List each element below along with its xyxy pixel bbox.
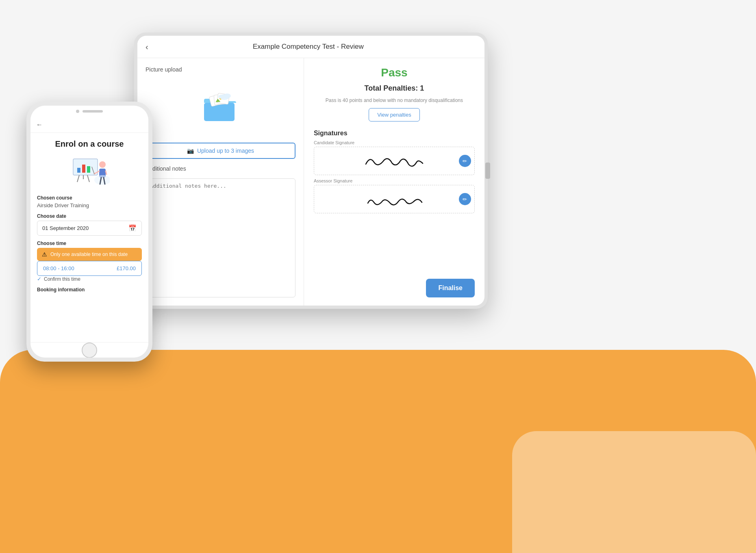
svg-point-20 [94, 175, 110, 185]
background-orange-light [512, 431, 756, 553]
warning-icon: ⚠ [42, 251, 47, 258]
phone-inner: ← Enrol on a course [30, 106, 148, 358]
phone-content: Enrol on a course [30, 133, 148, 301]
phone-screen: ← Enrol on a course [30, 117, 148, 342]
course-illustration [37, 154, 142, 190]
tablet-device: ‹ Example Competency Test - Review Pictu… [134, 33, 488, 309]
phone-camera [76, 110, 79, 113]
assessor-signature-image [362, 190, 427, 208]
assessor-signature-box: ✏ [314, 185, 475, 213]
choose-date-label: Choose date [37, 213, 142, 219]
tablet-side-button [485, 163, 490, 179]
tablet-right-panel: Pass Total Penalties: 1 Pass is 40 point… [304, 58, 484, 306]
tablet-header: ‹ Example Competency Test - Review [137, 36, 484, 58]
choose-date-section: Choose date 01 September 2020 📅 [37, 213, 142, 236]
booking-info-label: Booking information [37, 287, 142, 293]
pass-status: Pass [314, 66, 475, 79]
svg-point-7 [218, 95, 225, 99]
date-input[interactable]: 01 September 2020 📅 [37, 221, 142, 236]
additional-notes-label: Additional notes [146, 165, 295, 172]
confirm-text: Confirm this time [44, 276, 80, 282]
svg-point-6 [224, 93, 231, 98]
pencil-icon: ✏ [463, 196, 467, 202]
tablet-title: Example Competency Test - Review [152, 43, 464, 51]
choose-time-label: Choose time [37, 241, 142, 246]
warning-text: Only one available time on this date [50, 252, 128, 257]
phone-home-bar [30, 342, 148, 358]
signatures-section: Signatures Candidate Signature ✏ Assesso… [314, 130, 475, 213]
confirm-check-icon: ✓ [37, 276, 41, 282]
candidate-sig-edit-button[interactable]: ✏ [459, 155, 471, 167]
candidate-signature-box: ✏ [314, 147, 475, 175]
candidate-sig-label: Candidate Signature [314, 140, 475, 145]
time-slot[interactable]: 08:00 - 16:00 £170.00 [37, 261, 142, 276]
svg-rect-9 [77, 168, 80, 173]
svg-line-12 [77, 175, 79, 182]
svg-point-15 [99, 161, 106, 168]
upload-images-button[interactable]: 📷 Upload up to 3 images [146, 143, 295, 159]
view-penalties-button[interactable]: View penalties [369, 108, 420, 121]
assessor-sig-edit-button[interactable]: ✏ [459, 193, 471, 205]
phone-speaker [83, 110, 103, 113]
tablet-left-panel: Picture upload [137, 58, 304, 306]
svg-rect-10 [82, 165, 85, 173]
total-penalties: Total Penalties: 1 [314, 84, 475, 93]
upload-button-label: Upload up to 3 images [197, 147, 254, 154]
choose-time-section: Choose time ⚠ Only one available time on… [37, 241, 142, 282]
time-slot-price: £170.00 [117, 265, 136, 271]
calendar-icon: 📅 [128, 224, 137, 232]
chosen-course-label: Chosen course [37, 195, 142, 201]
signatures-title: Signatures [314, 130, 475, 137]
pass-description: Pass is 40 points and below with no mand… [314, 98, 475, 103]
notes-textarea[interactable] [146, 178, 295, 297]
assessor-sig-label: Assessor Signature [314, 178, 475, 183]
svg-rect-0 [204, 103, 235, 121]
svg-rect-11 [87, 166, 90, 173]
confirm-row: ✓ Confirm this time [37, 276, 142, 282]
tablet-back-button[interactable]: ‹ [146, 42, 148, 52]
finalise-button[interactable]: Finalise [426, 279, 475, 297]
phone-back-button[interactable]: ← [36, 121, 43, 128]
phone-header: ← [30, 117, 148, 133]
svg-line-18 [106, 171, 106, 174]
camera-icon: 📷 [187, 147, 194, 154]
pencil-icon: ✏ [463, 158, 467, 164]
time-slot-range: 08:00 - 16:00 [43, 265, 74, 271]
phone-device: ← Enrol on a course [26, 102, 152, 362]
tablet-screen: ‹ Example Competency Test - Review Pictu… [137, 36, 484, 306]
picture-upload-label: Picture upload [146, 66, 295, 73]
upload-icon-area [146, 79, 295, 136]
warning-banner: ⚠ Only one available time on this date [37, 248, 142, 261]
date-value: 01 September 2020 [42, 225, 128, 231]
chosen-course-section: Chosen course Airside Driver Training [37, 195, 142, 208]
chosen-course-value: Airside Driver Training [37, 202, 142, 208]
candidate-signature-image [362, 152, 427, 170]
course-illustration-image [69, 156, 110, 188]
phone-home-button[interactable] [82, 343, 97, 358]
phone-page-title: Enrol on a course [37, 139, 142, 149]
folder-upload-icon [202, 91, 239, 124]
svg-line-13 [87, 175, 89, 182]
phone-notch [30, 106, 148, 117]
tablet-content: Picture upload [137, 58, 484, 306]
